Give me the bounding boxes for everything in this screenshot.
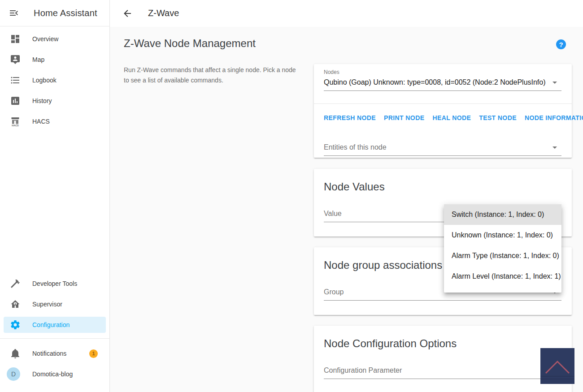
domotica-blog-logo [540,348,574,384]
app-title: Home Assistant [34,8,97,18]
heal-node-button[interactable]: HEAL NODE [432,114,471,121]
sidebar-item-label: Map [32,56,44,63]
tooltip-account-icon [10,54,21,65]
sidebar: Home Assistant Overview Map Logbook Hist… [0,0,110,392]
bell-icon [10,348,21,359]
format-list-bulleted-icon [10,75,21,86]
sidebar-item-label: Notifications [32,350,66,357]
entities-select-placeholder: Entities of this node [324,143,387,151]
sidebar-item-configuration[interactable]: Configuration [4,317,106,333]
sidebar-item-logbook[interactable]: Logbook [0,70,109,90]
back-arrow-icon[interactable] [122,8,133,19]
config-parameter-select[interactable]: Configuration Parameter [324,366,561,379]
home-assistant-icon [10,299,21,310]
content-area: Z-Wave Node Management ? Run Z-Wave comm… [110,27,583,392]
sidebar-item-supervisor[interactable]: Supervisor [0,294,109,314]
sidebar-item-label: HACS [32,118,50,125]
config-options-card: Node Configuration Options Configuration… [314,326,572,392]
nodes-select-value: Qubino (Goap) Unknown: type=0008, id=005… [324,78,546,86]
nodes-field-label: Nodes [324,69,561,75]
sidebar-item-history[interactable]: History [0,90,109,111]
entities-select[interactable]: Entities of this node [324,143,561,156]
menu-open-icon[interactable] [9,8,19,18]
sidebar-header: Home Assistant [0,0,109,26]
sidebar-item-hacs[interactable]: HACS HACS [0,111,109,132]
dropdown-item-unknown[interactable]: Unknown (Instance: 1, Index: 0) [444,225,561,246]
chevron-down-icon [553,146,557,149]
nodes-card: Nodes Qubino (Goap) Unknown: type=0008, … [314,64,572,158]
gear-icon [10,319,21,330]
nodes-select[interactable]: Qubino (Goap) Unknown: type=0008, id=005… [324,78,561,91]
test-node-button[interactable]: TEST NODE [479,114,517,121]
dropdown-item-alarm-type[interactable]: Alarm Type (Instance: 1, Index: 0) [444,246,561,266]
sidebar-item-label: Overview [32,35,58,43]
view-dashboard-icon [10,34,21,44]
value-select-placeholder: Value [324,210,342,217]
value-dropdown-menu: Switch (Instance: 1, Index: 0) Unknown (… [444,204,561,293]
sidebar-item-profile[interactable]: D Domotica-blog [0,364,109,384]
avatar: D [7,367,20,381]
page-title: Z-Wave Node Management [124,37,256,50]
notification-badge: 1 [89,349,98,358]
sidebar-item-map[interactable]: Map [0,49,109,70]
config-parameter-placeholder: Configuration Parameter [324,366,402,374]
page-description: Run Z-Wave commands that affect a single… [124,65,300,86]
chevron-down-icon [553,82,557,84]
help-icon[interactable]: ? [556,39,566,49]
hacs-store-icon: HACS [10,116,21,127]
dropdown-item-switch[interactable]: Switch (Instance: 1, Index: 0) [444,204,561,225]
sidebar-item-label: Domotica-blog [32,370,73,378]
dropdown-item-alarm-level[interactable]: Alarm Level (Instance: 1, Index: 1) [444,266,561,287]
poll-box-icon [10,95,21,106]
nodes-field: Nodes Qubino (Goap) Unknown: type=0008, … [324,69,561,91]
sidebar-divider [0,338,109,339]
sidebar-bottom: Developer Tools Supervisor Configuration… [0,273,109,384]
sidebar-item-label: Developer Tools [32,280,77,287]
sidebar-item-label: History [32,97,52,104]
node-information-button[interactable]: NODE INFORMATION [525,114,583,121]
print-node-button[interactable]: PRINT NODE [384,114,424,121]
sidebar-item-overview[interactable]: Overview [0,29,109,49]
refresh-node-button[interactable]: REFRESH NODE [324,114,376,121]
card-title: Node Configuration Options [324,337,561,350]
sidebar-item-notifications[interactable]: Notifications 1 [0,343,109,364]
toolbar-title: Z-Wave [148,8,179,18]
node-actions: REFRESH NODE PRINT NODE HEAL NODE TEST N… [324,110,561,126]
sidebar-item-label: Logbook [32,77,57,84]
hammer-icon [10,278,21,289]
app-toolbar: Z-Wave [110,0,583,27]
card-title: Node Values [324,181,561,193]
svg-text:HACS: HACS [12,124,19,127]
sidebar-item-developer-tools[interactable]: Developer Tools [0,273,109,294]
sidebar-item-label: Supervisor [32,301,62,308]
group-select-placeholder: Group [324,288,344,296]
sidebar-item-label: Configuration [32,321,70,328]
card-divider [314,103,572,104]
sidebar-nav: Overview Map Logbook History HACS HACS [0,26,109,132]
